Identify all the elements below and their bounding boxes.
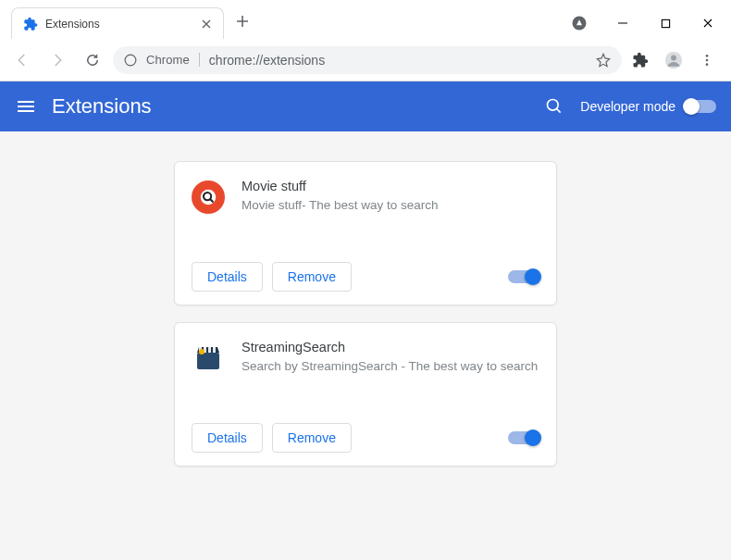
svg-rect-15	[213, 347, 216, 353]
profile-avatar-icon[interactable]	[661, 47, 687, 73]
developer-mode-toggle[interactable]	[685, 100, 716, 113]
svg-rect-14	[208, 347, 211, 353]
page-title: Extensions	[52, 94, 152, 118]
reload-button[interactable]	[78, 45, 107, 75]
back-button[interactable]	[7, 45, 37, 75]
extension-icon	[192, 180, 225, 214]
svg-rect-11	[197, 353, 219, 369]
svg-rect-1	[662, 19, 669, 27]
extension-puzzle-icon	[23, 17, 38, 31]
forward-button[interactable]	[43, 45, 72, 75]
maximize-button[interactable]	[644, 8, 687, 38]
close-icon[interactable]	[199, 17, 214, 31]
tab-title: Extensions	[45, 18, 199, 31]
remove-button[interactable]: Remove	[272, 423, 352, 453]
remove-button[interactable]: Remove	[272, 262, 352, 292]
svg-point-8	[548, 100, 559, 111]
developer-mode-label: Developer mode	[580, 99, 675, 114]
extension-card: StreamingSearch Search by StreamingSearc…	[174, 322, 557, 467]
menu-dots-icon[interactable]	[694, 47, 720, 73]
enable-toggle[interactable]	[508, 431, 539, 444]
address-bar[interactable]: Chrome chrome://extensions	[113, 46, 622, 74]
svg-point-6	[706, 58, 709, 61]
profile-indicator-icon	[566, 10, 592, 36]
details-button[interactable]: Details	[192, 423, 263, 453]
search-icon[interactable]	[536, 88, 573, 125]
extension-card: Movie stuff Movie stuff- The best way to…	[174, 161, 557, 305]
minimize-button[interactable]	[601, 8, 644, 38]
svg-point-4	[671, 55, 676, 60]
extension-description: Search by StreamingSearch - The best way…	[242, 358, 539, 375]
details-button[interactable]: Details	[192, 262, 263, 292]
tab-strip: Extensions	[0, 0, 255, 38]
extensions-header: Extensions Developer mode	[0, 81, 731, 131]
url-text: chrome://extensions	[209, 53, 325, 68]
extensions-puzzle-icon[interactable]	[627, 47, 653, 73]
extensions-list: Movie stuff Movie stuff- The best way to…	[0, 131, 731, 560]
browser-toolbar: Chrome chrome://extensions	[0, 39, 731, 81]
svg-point-5	[706, 55, 709, 57]
menu-hamburger-icon[interactable]	[7, 88, 44, 125]
bookmark-star-icon[interactable]	[596, 53, 611, 68]
extension-icon	[192, 342, 225, 375]
svg-point-16	[199, 349, 204, 355]
new-tab-button[interactable]	[229, 8, 255, 34]
window-controls	[601, 8, 731, 38]
extension-description: Movie stuff- The best way to search	[242, 197, 539, 214]
svg-point-2	[125, 55, 136, 66]
extension-name: Movie stuff	[242, 179, 539, 193]
site-label: Chrome	[146, 53, 200, 67]
site-info-icon[interactable]	[124, 54, 137, 67]
enable-toggle[interactable]	[508, 270, 539, 283]
window-titlebar: Extensions	[0, 0, 731, 39]
extension-name: StreamingSearch	[242, 340, 539, 355]
close-window-button[interactable]	[687, 8, 729, 38]
svg-point-7	[706, 63, 709, 66]
browser-tab[interactable]: Extensions	[11, 7, 224, 39]
